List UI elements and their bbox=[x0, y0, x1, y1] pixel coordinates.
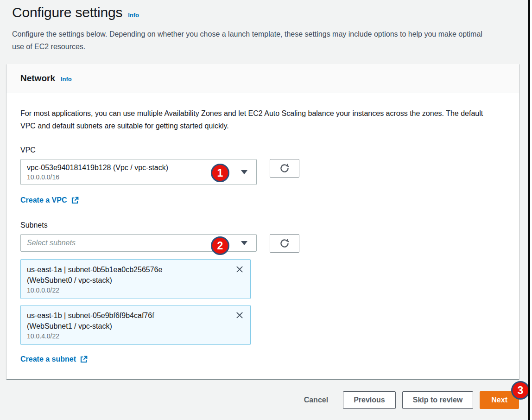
vpc-label: VPC bbox=[20, 145, 505, 155]
page-title: Configure settings bbox=[12, 5, 122, 20]
network-panel-title: Network bbox=[20, 73, 55, 83]
window-edge bbox=[530, 0, 532, 420]
subnet-token-cidr: 10.0.4.0/22 bbox=[27, 332, 229, 341]
create-subnet-link-label: Create a subnet bbox=[20, 355, 76, 363]
vpc-selected-name: vpc-053e940181419b128 (Vpc / vpc-stack) bbox=[27, 163, 230, 173]
cancel-button[interactable]: Cancel bbox=[296, 391, 336, 409]
annotation-badge-3: 3 bbox=[511, 381, 530, 400]
vpc-selected-cidr: 10.0.0.0/16 bbox=[27, 173, 230, 181]
external-link-icon bbox=[71, 197, 79, 204]
remove-subnet-button[interactable] bbox=[234, 264, 245, 274]
close-icon bbox=[235, 311, 244, 319]
configure-settings-page: Configure settings Info Configure the se… bbox=[0, 0, 532, 420]
remove-subnet-button[interactable] bbox=[234, 310, 245, 320]
chevron-down-icon bbox=[241, 241, 247, 245]
annotation-badge-2: 2 bbox=[211, 236, 229, 255]
window-border bbox=[528, 0, 530, 420]
network-panel-header: Network Info bbox=[6, 64, 519, 93]
subnets-refresh-button[interactable] bbox=[270, 234, 299, 253]
network-description: For most applications, you can use multi… bbox=[20, 107, 498, 132]
page-description: Configure the settings below. Depending … bbox=[12, 28, 489, 53]
subnet-token-line1: us-east-1a | subnet-0b5b1ea0cb256576e bbox=[27, 264, 229, 275]
subnets-placeholder: Select subnets bbox=[27, 239, 76, 247]
subnet-token-line1: us-east-1b | subnet-05e9bf6f9b4caf76f bbox=[27, 310, 229, 321]
subnet-token: us-east-1a | subnet-0b5b1ea0cb256576e (W… bbox=[20, 259, 251, 299]
subnet-token-cidr: 10.0.0.0/22 bbox=[27, 286, 229, 295]
external-link-icon bbox=[80, 356, 88, 363]
wizard-footer-actions: Cancel Previous Skip to review Next bbox=[0, 391, 519, 409]
create-vpc-link[interactable]: Create a VPC bbox=[20, 196, 79, 204]
subnets-label: Subnets bbox=[20, 220, 505, 230]
skip-to-review-button[interactable]: Skip to review bbox=[402, 391, 474, 409]
subnet-token: us-east-1b | subnet-05e9bf6f9b4caf76f (W… bbox=[20, 305, 251, 345]
network-panel-body: For most applications, you can use multi… bbox=[6, 93, 519, 379]
network-panel: Network Info For most applications, you … bbox=[6, 64, 519, 379]
refresh-icon bbox=[279, 238, 290, 248]
refresh-icon bbox=[279, 163, 290, 173]
subnet-token-line2: (WebSubnet0 / vpc-stack) bbox=[27, 275, 229, 286]
page-info-link[interactable]: Info bbox=[128, 12, 139, 19]
chevron-down-icon bbox=[241, 170, 247, 174]
create-subnet-link[interactable]: Create a subnet bbox=[20, 355, 88, 363]
subnet-token-line2: (WebSubnet1 / vpc-stack) bbox=[27, 321, 229, 331]
vpc-refresh-button[interactable] bbox=[270, 159, 299, 178]
create-vpc-link-label: Create a VPC bbox=[20, 196, 67, 204]
close-icon bbox=[235, 265, 244, 274]
previous-button[interactable]: Previous bbox=[343, 391, 396, 409]
network-info-link[interactable]: Info bbox=[61, 76, 72, 83]
page-header: Configure settings Info Configure the se… bbox=[0, 0, 532, 53]
annotation-badge-1: 1 bbox=[211, 164, 229, 182]
